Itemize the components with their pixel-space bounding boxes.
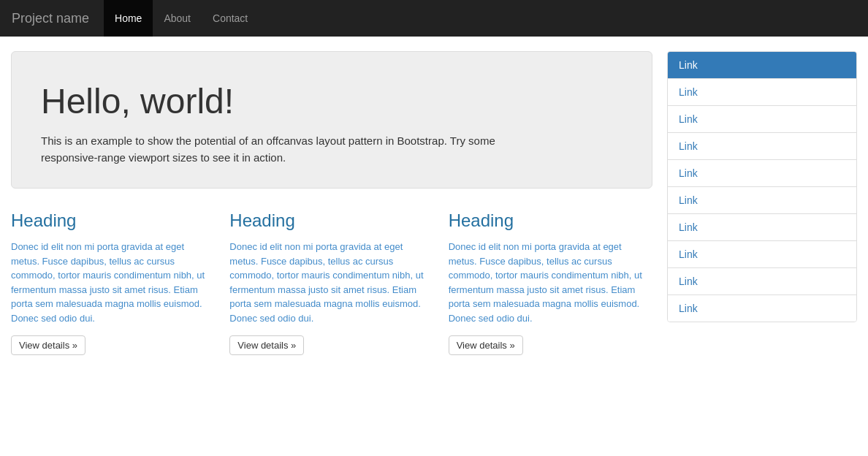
nav-link-home[interactable]: Home [104,0,153,37]
col-2-body: Donec id elit non mi porta gravida at eg… [229,240,433,325]
nav-item-home: Home [104,0,153,37]
col-2-heading: Heading [229,210,433,231]
sidebar-item-1[interactable]: Link [668,79,856,106]
sidebar-item-8[interactable]: Link [668,268,856,295]
sidebar-item-4[interactable]: Link [668,160,856,187]
column-3: Heading Donec id elit non mi porta gravi… [449,210,652,355]
col-1-button[interactable]: View details » [11,335,85,355]
sidebar-item-3[interactable]: Link [668,133,856,160]
col-1-heading: Heading [11,210,215,231]
content-area: Hello, world! This is an example to show… [11,51,652,355]
sidebar-item-2[interactable]: Link [668,106,856,133]
sidebar-item-0[interactable]: Link [668,52,856,79]
nav-link-contact[interactable]: Contact [202,0,259,37]
col-2-button[interactable]: View details » [229,335,304,355]
jumbotron-body: This is an example to show the potential… [41,133,552,166]
navbar: Project name Home About Contact [0,0,868,37]
sidebar: Link Link Link Link Link Link Link Link … [667,51,857,322]
col-1-body: Donec id elit non mi porta gravida at eg… [11,240,215,325]
navbar-brand[interactable]: Project name [12,11,89,26]
col-3-button[interactable]: View details » [449,335,523,355]
jumbotron-heading: Hello, world! [41,81,623,121]
sidebar-item-6[interactable]: Link [668,214,856,241]
nav-item-contact: Contact [202,0,259,37]
nav-item-about: About [153,0,202,37]
sidebar-item-5[interactable]: Link [668,187,856,214]
column-1: Heading Donec id elit non mi porta gravi… [11,210,215,355]
sidebar-item-7[interactable]: Link [668,241,856,268]
main-container: Hello, world! This is an example to show… [0,37,868,370]
sidebar-item-9[interactable]: Link [668,295,856,322]
col-3-heading: Heading [449,210,652,231]
columns: Heading Donec id elit non mi porta gravi… [11,210,652,355]
column-2: Heading Donec id elit non mi porta gravi… [229,210,433,355]
col-3-body: Donec id elit non mi porta gravida at eg… [449,240,652,325]
nav-links: Home About Contact [104,0,259,37]
nav-link-about[interactable]: About [153,0,202,37]
jumbotron: Hello, world! This is an example to show… [11,51,652,189]
